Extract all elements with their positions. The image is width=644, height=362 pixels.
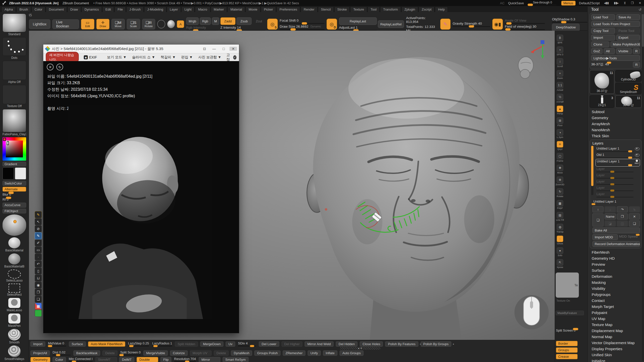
annotation-tool-icon[interactable]: ■: [35, 310, 42, 317]
sidebar-selector[interactable]: BasicMaterialB: [3, 253, 26, 268]
polypaint-ring-icon[interactable]: [157, 20, 165, 28]
menu-item[interactable]: Stencil: [318, 7, 334, 12]
bottom-bar-control[interactable]: Inflate: [323, 350, 337, 356]
mdd-speed-slider[interactable]: MDD Speed: [619, 234, 640, 240]
tool-section-header[interactable]: Polypaint: [588, 310, 644, 316]
rgb-button[interactable]: Rgb: [200, 17, 211, 25]
menu-item[interactable]: Alpha: [2, 7, 16, 12]
tool-section-header[interactable]: FiberMesh: [588, 249, 644, 255]
zcut-button[interactable]: Zcut: [253, 17, 265, 25]
head-preview-widget[interactable]: [518, 57, 533, 78]
copy-tool-button[interactable]: Copy Tool: [591, 28, 615, 34]
menu-item[interactable]: Transform: [380, 7, 401, 12]
viewport-toggle[interactable]: ● Solo: [556, 247, 564, 259]
menu-item[interactable]: Render: [301, 7, 317, 12]
viewport-toggle[interactable]: ⇱ Xpose: [556, 259, 564, 271]
pencil-icon[interactable]: ✎: [440, 19, 451, 30]
viewport-toggle[interactable]: ◍ Transp: [556, 224, 564, 235]
bottom-bar-control[interactable]: MergeDown: [200, 341, 223, 347]
bottom-bar-control[interactable]: Min Connected I: [68, 357, 93, 362]
color-picker[interactable]: [3, 137, 26, 161]
menu-item[interactable]: Document: [46, 7, 67, 12]
bottom-bar-control[interactable]: Auto Groups: [340, 350, 364, 356]
bottom-bar-control[interactable]: Delete: [102, 350, 117, 356]
simplebrush-thumbnail[interactable]: S SimpleBrush: [615, 83, 641, 94]
save-as-button[interactable]: Save As: [616, 14, 640, 20]
annotation-tool-icon[interactable]: ·: [35, 253, 42, 260]
bottom-bar-control[interactable]: StoreMT: [95, 357, 117, 362]
lightbox-tools-button[interactable]: Lightbox▶Tools: [591, 55, 640, 61]
bottom-bar-control[interactable]: BackfaceMask: [73, 350, 100, 356]
head-tool-thumbnail[interactable]: 11 36-37강: [615, 95, 641, 108]
move-mode-button[interactable]: ❏MMove: [111, 19, 125, 29]
tool-section-header[interactable]: Morph Target: [588, 304, 644, 310]
bottom-bar-control[interactable]: Flip: [160, 357, 171, 362]
main-color-swatch[interactable]: [3, 167, 14, 179]
adjust-last-slider[interactable]: AdjustLast 1: [339, 26, 377, 29]
bottom-bar-control[interactable]: Polish By Groups: [421, 341, 451, 347]
tool-section-header[interactable]: Subtool: [588, 109, 644, 115]
layer-row[interactable]: Layer: [595, 173, 640, 179]
sidebar-selector[interactable]: MaskPen: [3, 313, 26, 328]
tool-section-header[interactable]: Texture Map: [588, 322, 644, 328]
annotation-tool-icon[interactable]: ▭: [35, 246, 42, 253]
bottom-bar-control[interactable]: MidValue 0: [48, 341, 67, 346]
bottom-bar-control[interactable]: Mirror And Weld: [305, 341, 334, 347]
photo-menu-item[interactable]: 슬라이드 쇼 ▼: [132, 55, 155, 60]
zadd-button[interactable]: Zadd: [220, 17, 235, 25]
bottom-bar-control[interactable]: Groups Polish: [254, 350, 280, 356]
menu-item[interactable]: Preferences: [276, 7, 300, 12]
menu-item[interactable]: Edit: [102, 7, 114, 12]
bottom-bar-control[interactable]: ProjectAll: [30, 350, 50, 356]
annotation-tool-icon[interactable]: ⊘: [35, 225, 42, 232]
bottom-bar-control[interactable]: Split Hidden: [175, 341, 198, 347]
layers-scrollbar[interactable]: [591, 146, 593, 195]
bottom-bar-control[interactable]: Dist 0.02: [52, 350, 71, 355]
z-intensity-slider[interactable]: Z Intensity 14: [220, 26, 265, 29]
viewport-toggle-icon[interactable]: ▪: [557, 47, 563, 53]
viewport-toggle-icon[interactable]: ↻: [557, 188, 563, 195]
quicksave-button[interactable]: QuickSave: [508, 1, 524, 5]
menu-item[interactable]: Layer: [167, 7, 181, 12]
rf-slider[interactable]: Rf 0: [3, 198, 26, 201]
tool-section-header[interactable]: Normal Map: [588, 334, 644, 340]
tool-section-header[interactable]: Contact: [588, 298, 644, 304]
menu-item[interactable]: Color: [31, 7, 45, 12]
reset-icon[interactable]: ↺: [638, 8, 641, 12]
camera-icon[interactable]: ◉▮: [492, 19, 503, 30]
sidebar-selector[interactable]: SelectLasso: [3, 269, 26, 282]
bottom-bar-control[interactable]: Polish By Features: [385, 341, 418, 347]
menu-item[interactable]: Zscript: [419, 7, 434, 12]
close-icon[interactable]: ✕: [638, 1, 642, 5]
menu-item[interactable]: Zplugin: [401, 7, 418, 12]
tool-r-button[interactable]: R: [633, 62, 640, 68]
tool-section-header[interactable]: Geometry: [588, 115, 644, 121]
record-deformation-button[interactable]: Record Deformation Animation: [592, 241, 640, 247]
layer-name-button[interactable]: Name: [605, 213, 616, 219]
annotation-tool-icon[interactable]: ▦: [35, 303, 42, 310]
viewport-toggle-icon[interactable]: ↕: [557, 58, 563, 65]
focal-shift-slider[interactable]: Focal Shift 0: [280, 19, 325, 22]
bottom-bar-control[interactable]: DelMT: [119, 357, 134, 362]
photo-minimize-icon[interactable]: —: [210, 47, 218, 51]
current-material-icon[interactable]: [167, 20, 175, 28]
eye-icon[interactable]: [635, 154, 639, 157]
viewport-toggle-icon[interactable]: ◌: [557, 236, 563, 242]
annotation-tool-icon[interactable]: ◉: [35, 282, 42, 289]
menu-item[interactable]: Brush: [16, 7, 31, 12]
viewport-toggle-icon[interactable]: ✛: [557, 141, 563, 148]
bottom-bar-control[interactable]: DynaMesh: [231, 350, 252, 356]
tool-section-header[interactable]: Thick Skin: [588, 133, 644, 139]
figure-tool-thumbnail[interactable]: 3 23강1: [590, 95, 614, 108]
viewport-toggle-icon[interactable]: ⊕: [557, 176, 563, 183]
bake-all-button[interactable]: Bake All: [592, 228, 640, 233]
exif-button[interactable]: ◉EXIF: [84, 55, 97, 59]
viewport-toggle[interactable]: ✥ Move: [556, 165, 564, 176]
edit-mode-button[interactable]: ▭Edit: [81, 19, 94, 29]
sidebar-selector[interactable]: FabioPaiva_Clay2: [3, 109, 26, 136]
duplicate-layer-icon[interactable]: ❐: [617, 213, 628, 219]
new-layer-icon[interactable]: ❏: [592, 213, 603, 227]
viewport-toggle-icon[interactable]: ◑: [557, 129, 563, 136]
a-button[interactable]: A: [177, 20, 184, 28]
annotation-tool-icon[interactable]: ⊔: [35, 275, 42, 282]
